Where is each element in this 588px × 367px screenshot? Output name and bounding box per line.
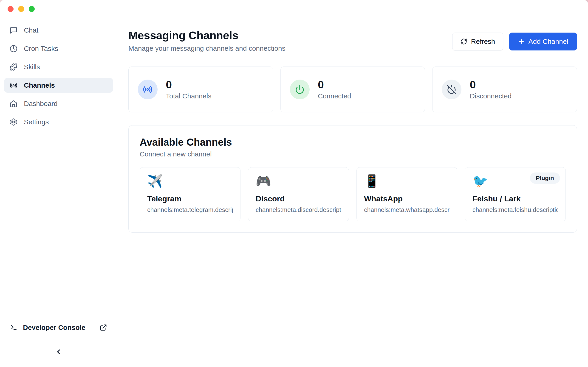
puzzle-icon — [10, 63, 17, 71]
add-channel-button[interactable]: Add Channel — [509, 33, 577, 50]
chevron-left-icon — [55, 348, 62, 356]
sidebar-footer: Developer Console — [0, 321, 117, 367]
minimize-window-button[interactable] — [18, 6, 24, 12]
sidebar-item-channels[interactable]: Channels — [4, 78, 113, 93]
telegram-airplane-icon: ✈️ — [147, 174, 233, 188]
sidebar-item-chat[interactable]: Chat — [4, 23, 113, 38]
discord-gamepad-icon: 🎮 — [256, 174, 341, 188]
sidebar-nav: Chat Cron Tasks Skills Channels Dashboar — [0, 23, 117, 133]
stat-icon-circle — [138, 80, 157, 99]
whatsapp-phone-icon: 📱 — [364, 174, 450, 188]
stat-label: Total Channels — [166, 92, 211, 100]
channel-name: Telegram — [147, 194, 233, 203]
developer-console-label: Developer Console — [23, 324, 86, 332]
stat-card-total-channels: 0 Total Channels — [128, 67, 273, 112]
sidebar-item-settings[interactable]: Settings — [4, 115, 113, 129]
titlebar — [0, 0, 588, 18]
plugin-badge: Plugin — [530, 173, 560, 184]
sidebar-item-label: Dashboard — [24, 100, 58, 108]
stats-row: 0 Total Channels 0 Connected — [128, 67, 577, 112]
power-icon — [295, 85, 304, 94]
refresh-button[interactable]: Refresh — [452, 33, 503, 50]
channel-name: Feishu / Lark — [473, 194, 558, 203]
available-channels-title: Available Channels — [140, 136, 566, 148]
sidebar-item-label: Settings — [24, 118, 49, 126]
stat-value: 0 — [470, 79, 511, 90]
stat-text: 0 Total Channels — [166, 79, 211, 100]
stat-icon-circle — [290, 80, 310, 99]
sidebar-item-label: Skills — [24, 63, 40, 71]
broadcast-icon — [10, 81, 17, 89]
channel-card-discord[interactable]: 🎮 Discord channels:meta.discord.descript… — [248, 167, 349, 221]
sidebar-item-label: Channels — [24, 81, 55, 89]
terminal-icon — [10, 324, 17, 331]
home-icon — [10, 100, 17, 108]
zoom-window-button[interactable] — [29, 6, 35, 12]
app-window: Chat Cron Tasks Skills Channels Dashboar — [0, 0, 588, 367]
page-header: Messaging Channels Manage your messaging… — [128, 29, 577, 52]
app-body: Chat Cron Tasks Skills Channels Dashboar — [0, 18, 588, 367]
channel-card-whatsapp[interactable]: 📱 WhatsApp channels:meta.whatsapp.descri… — [356, 167, 457, 221]
stat-text: 0 Disconnected — [470, 79, 511, 100]
stat-card-connected: 0 Connected — [280, 67, 425, 112]
add-channel-button-label: Add Channel — [528, 38, 568, 45]
close-window-button[interactable] — [8, 6, 14, 12]
sidebar-item-dashboard[interactable]: Dashboard — [4, 96, 113, 111]
available-channels-panel: Available Channels Connect a new channel… — [128, 125, 577, 233]
stat-icon-circle — [442, 80, 461, 99]
channel-name: WhatsApp — [364, 194, 450, 203]
sidebar-item-skills[interactable]: Skills — [4, 60, 113, 74]
sidebar-item-label: Chat — [24, 26, 38, 34]
gear-icon — [10, 118, 17, 126]
broadcast-icon — [143, 85, 153, 94]
channel-description: channels:meta.whatsapp.descrip — [364, 206, 450, 214]
page-title: Messaging Channels — [128, 29, 285, 42]
stat-value: 0 — [318, 79, 351, 90]
channel-card-telegram[interactable]: ✈️ Telegram channels:meta.telegram.descr… — [140, 167, 241, 221]
sidebar: Chat Cron Tasks Skills Channels Dashboar — [0, 18, 117, 367]
refresh-icon — [460, 38, 467, 45]
clock-icon — [10, 45, 17, 52]
collapse-sidebar-button[interactable] — [51, 344, 66, 359]
main-content: Messaging Channels Manage your messaging… — [117, 18, 588, 367]
power-off-icon — [447, 85, 456, 94]
external-link-icon — [100, 324, 107, 331]
page-header-text: Messaging Channels Manage your messaging… — [128, 29, 285, 52]
channel-description: channels:meta.telegram.descript — [147, 206, 233, 214]
developer-console-link[interactable]: Developer Console — [0, 321, 117, 334]
channel-description: channels:meta.discord.descriptic — [256, 206, 341, 214]
page-subtitle: Manage your messaging channels and conne… — [128, 44, 285, 52]
stat-label: Connected — [318, 92, 351, 100]
available-channels-subtitle: Connect a new channel — [140, 150, 566, 158]
stat-card-disconnected: 0 Disconnected — [432, 67, 577, 112]
plus-icon — [518, 38, 525, 45]
channel-grid: ✈️ Telegram channels:meta.telegram.descr… — [140, 167, 566, 221]
channel-card-feishu[interactable]: Plugin 🐦 Feishu / Lark channels:meta.fei… — [465, 167, 566, 221]
chat-bubble-icon — [10, 26, 17, 34]
refresh-button-label: Refresh — [471, 38, 495, 45]
header-actions: Refresh Add Channel — [452, 33, 577, 50]
stat-text: 0 Connected — [318, 79, 351, 100]
sidebar-item-label: Cron Tasks — [24, 45, 58, 52]
channel-name: Discord — [256, 194, 341, 203]
channel-description: channels:meta.feishu.description — [473, 206, 558, 214]
sidebar-item-cron-tasks[interactable]: Cron Tasks — [4, 41, 113, 56]
stat-value: 0 — [166, 79, 211, 90]
stat-label: Disconnected — [470, 92, 511, 100]
collapse-row — [0, 344, 117, 359]
